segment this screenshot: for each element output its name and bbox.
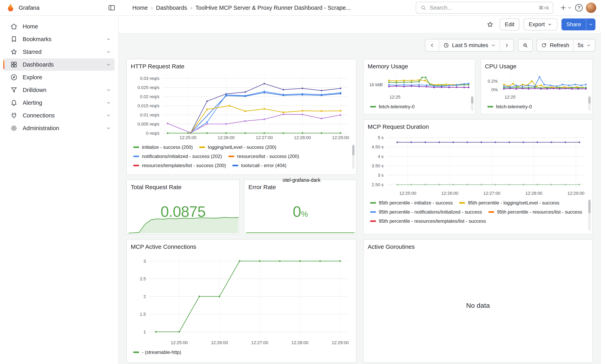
legend-item[interactable]: fetch-telemetry-0 bbox=[370, 102, 415, 111]
panel-title[interactable]: Memory Usage bbox=[368, 62, 471, 71]
chevron-down-icon[interactable] bbox=[106, 36, 111, 42]
svg-text:12:25:00: 12:25:00 bbox=[399, 191, 416, 196]
bell-icon bbox=[8, 99, 20, 107]
scrollbar-thumb[interactable] bbox=[588, 97, 591, 104]
mcp-request-duration-chart[interactable]: 5 s4.50 s4 s3.50 s3 s2.50 s12:25:0012:26… bbox=[368, 132, 588, 197]
dashboard-action-bar: Edit Export Share bbox=[119, 16, 601, 33]
legend-item[interactable]: 95th percentile - initialize - success bbox=[370, 198, 453, 207]
breadcrumb-current[interactable]: ToolHive MCP Server & Proxy Runner Dashb… bbox=[195, 5, 351, 11]
legend-scrollbar[interactable] bbox=[588, 96, 591, 111]
refresh-button[interactable]: Refresh bbox=[537, 39, 573, 51]
panel-title[interactable]: CPU Usage bbox=[485, 62, 588, 71]
sidebar-item-label: Alerting bbox=[23, 99, 106, 106]
error-rate-value: 0% bbox=[293, 203, 308, 220]
sidebar-item-connections[interactable]: Connections bbox=[3, 109, 114, 122]
time-range-label: Last 5 minutes bbox=[452, 42, 488, 49]
sidebar-item-dashboards[interactable]: Dashboards bbox=[3, 59, 114, 71]
add-new-button[interactable] bbox=[560, 4, 572, 11]
time-range-picker[interactable]: Last 5 minutes bbox=[439, 39, 500, 51]
panel-title[interactable]: MCP Active Connections bbox=[131, 242, 352, 252]
chevron-down-icon[interactable] bbox=[106, 100, 111, 106]
panel-total-request-rate: Total Request Rate 0.0875 bbox=[126, 180, 240, 235]
legend-item[interactable]: 95th percentile - resources/list - succe… bbox=[488, 207, 582, 216]
legend-item[interactable]: unknown - success (200) bbox=[267, 170, 329, 171]
search-box[interactable]: ⌘+k bbox=[416, 2, 553, 14]
refresh-interval-label: 5s bbox=[578, 42, 583, 49]
legend-item[interactable]: 95th percentile - resources/templates/li… bbox=[370, 216, 486, 226]
sidebar-item-administration[interactable]: Administration bbox=[3, 122, 114, 134]
legend-scrollbar[interactable] bbox=[352, 144, 355, 169]
gear-icon bbox=[8, 124, 20, 132]
svg-text:0.025 req/s: 0.025 req/s bbox=[138, 85, 159, 90]
sidebar-item-bookmarks[interactable]: Bookmarks bbox=[3, 33, 114, 45]
legend-item[interactable]: tools/call - error (404) bbox=[232, 161, 286, 170]
help-icon[interactable]: ? bbox=[575, 4, 583, 11]
legend-item[interactable]: tools/list - success (200) bbox=[201, 170, 260, 171]
avatar[interactable] bbox=[586, 3, 596, 13]
legend-item[interactable]: - (streamable-http) bbox=[133, 348, 181, 357]
search-input[interactable] bbox=[430, 5, 535, 11]
chevron-down-icon bbox=[491, 43, 496, 48]
chevron-down-icon[interactable] bbox=[106, 125, 111, 131]
edit-button[interactable]: Edit bbox=[500, 19, 520, 30]
breadcrumb-dashboards[interactable]: Dashboards bbox=[156, 5, 187, 11]
floating-series-label: otel-grafana-dark bbox=[283, 177, 320, 183]
legend: fetch-telemetry-0 bbox=[368, 101, 471, 111]
legend-item[interactable]: initialize - success (200) bbox=[133, 143, 193, 152]
panel-title[interactable]: Error Rate bbox=[249, 182, 352, 192]
refresh-icon bbox=[541, 42, 547, 48]
memory-usage-chart[interactable]: 16 MiB12:25 bbox=[368, 71, 471, 101]
legend-item[interactable]: fetch-telemetry-0 bbox=[487, 102, 532, 111]
legend-scrollbar[interactable] bbox=[588, 199, 591, 231]
legend-item[interactable]: 95th percentile - notifications/initiali… bbox=[370, 207, 482, 216]
panel-title[interactable]: HTTP Request Rate bbox=[131, 62, 352, 71]
scrollbar-thumb[interactable] bbox=[352, 145, 355, 155]
export-button[interactable]: Export bbox=[523, 19, 558, 30]
sidebar-item-drilldown[interactable]: Drilldown bbox=[3, 84, 114, 96]
panel-title[interactable]: Total Request Rate bbox=[131, 182, 235, 192]
sidebar-item-home[interactable]: Home bbox=[3, 20, 114, 33]
error-rate-unit: % bbox=[301, 210, 308, 218]
http-request-rate-chart[interactable]: 0 req/s0.005 req/s0.01 req/s0.015 req/s0… bbox=[131, 71, 352, 142]
share-button[interactable]: Share bbox=[561, 19, 586, 30]
legend-item[interactable]: resources/list - success (200) bbox=[228, 152, 299, 161]
panel-title[interactable]: MCP Request Duration bbox=[368, 122, 588, 132]
chevron-down-icon[interactable] bbox=[106, 49, 111, 55]
refresh-interval-picker[interactable]: 5s bbox=[573, 39, 595, 51]
time-shift-forward-button[interactable] bbox=[500, 39, 513, 51]
cpu-usage-chart[interactable]: 0.2%0%12:25 bbox=[485, 71, 588, 101]
breadcrumb-home[interactable]: Home bbox=[132, 5, 148, 11]
sidebar-item-starred[interactable]: Starred bbox=[3, 46, 114, 58]
legend-swatch bbox=[133, 352, 139, 353]
scrollbar-thumb[interactable] bbox=[588, 200, 591, 213]
mcp-active-connections-chart[interactable]: 32.521.5112:25:0012:26:0012:27:0012:28:0… bbox=[131, 252, 352, 347]
sidebar-item-explore[interactable]: Explore bbox=[3, 71, 114, 83]
legend-item[interactable]: notifications/initialized - success (202… bbox=[133, 152, 222, 161]
scrollbar-thumb[interactable] bbox=[471, 97, 473, 104]
legend-item[interactable]: resources/templates/list - success (200) bbox=[133, 161, 226, 170]
legend-scrollbar[interactable] bbox=[471, 96, 473, 111]
svg-text:12:28:00: 12:28:00 bbox=[291, 340, 309, 345]
sidebar-item-label: Drilldown bbox=[23, 87, 106, 93]
favorite-star-button[interactable] bbox=[485, 19, 496, 30]
svg-text:12:25:00: 12:25:00 bbox=[180, 135, 197, 140]
chevron-down-icon bbox=[586, 43, 591, 48]
legend-item[interactable]: logging/setLevel - success (200) bbox=[199, 143, 276, 152]
legend-item[interactable]: tools/call - success (200) bbox=[133, 170, 194, 171]
share-dropdown-chevron-icon[interactable] bbox=[586, 19, 595, 30]
zoom-out-button[interactable] bbox=[518, 39, 532, 51]
svg-text:12:26:00: 12:26:00 bbox=[441, 191, 458, 196]
panel-title[interactable]: Active Goroutines bbox=[368, 242, 588, 252]
svg-text:12:29:00: 12:29:00 bbox=[567, 191, 584, 196]
chevron-down-icon[interactable] bbox=[106, 113, 111, 118]
svg-text:0.02 req/s: 0.02 req/s bbox=[140, 94, 159, 99]
time-shift-back-button[interactable] bbox=[425, 39, 439, 51]
legend-item[interactable]: 95th percentile - logging/setLevel - suc… bbox=[459, 198, 559, 207]
chevron-right-icon bbox=[504, 42, 510, 48]
brand[interactable]: Grafana bbox=[5, 3, 40, 13]
nav-right: ? bbox=[560, 3, 596, 13]
mega-menu-toggle-icon[interactable] bbox=[106, 2, 117, 13]
chevron-down-icon[interactable] bbox=[106, 62, 111, 67]
sidebar-item-alerting[interactable]: Alerting bbox=[3, 97, 114, 109]
chevron-down-icon[interactable] bbox=[106, 87, 111, 93]
